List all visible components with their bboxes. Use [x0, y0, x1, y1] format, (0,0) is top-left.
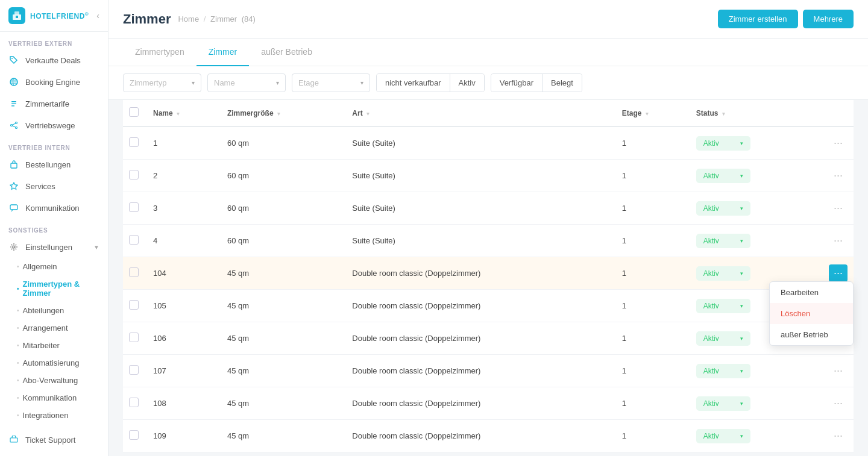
row-checkbox[interactable] — [129, 267, 139, 277]
more-options-button[interactable]: ··· — [829, 199, 848, 217]
more-options-button[interactable]: ··· — [829, 134, 848, 152]
more-options-button[interactable]: ··· — [829, 362, 848, 379]
sidebar-item-zimmertarife[interactable]: Zimmertarife — [0, 93, 108, 114]
row-checkbox-cell — [123, 257, 147, 290]
sidebar-sub-allgemein[interactable]: Allgemein — [0, 258, 108, 275]
row-checkbox[interactable] — [129, 202, 139, 212]
sidebar-item-services[interactable]: Services — [0, 175, 108, 197]
status-badge[interactable]: Aktiv ▾ — [696, 266, 750, 281]
status-badge[interactable]: Aktiv ▾ — [696, 201, 750, 216]
section-label-extern: VERTRIEB EXTERN — [0, 32, 108, 49]
status-badge[interactable]: Aktiv ▾ — [696, 364, 750, 378]
status-label: Aktiv — [703, 172, 719, 180]
table-row: 104 45 qm Double room classic (Doppelzim… — [123, 257, 854, 290]
sidebar-sub-abteilungen[interactable]: Abteilungen — [0, 302, 108, 319]
sidebar-item-label: Vertriebswege — [25, 121, 75, 130]
menu-loschen[interactable]: Löschen — [770, 303, 853, 324]
chevron-down-icon: ▾ — [360, 80, 363, 86]
select-all-checkbox[interactable] — [129, 107, 139, 117]
header-art[interactable]: Art ▾ — [346, 100, 616, 126]
context-menu: Bearbeiten Löschen außer Betrieb — [769, 281, 854, 346]
zimmertyp-filter[interactable]: Zimmertyp ▾ — [123, 73, 201, 92]
sidebar-sub-abo-verwaltung[interactable]: Abo-Verwaltung — [0, 372, 108, 389]
sidebar-sub-mitarbeiter[interactable]: Mitarbeiter — [0, 337, 108, 354]
more-options-button[interactable]: ··· — [829, 167, 848, 184]
sort-arrow-icon: ▾ — [277, 111, 280, 117]
header-status[interactable]: Status ▾ — [690, 100, 817, 126]
sidebar-sub-label: Abo-Verwaltung — [23, 376, 78, 385]
cell-name: 108 — [147, 387, 221, 420]
sidebar-item-verkaufte-deals[interactable]: Verkaufte Deals — [0, 49, 108, 71]
row-checkbox[interactable] — [129, 430, 139, 440]
availability-filter-group: Verfügbar Belegt — [491, 73, 582, 92]
mehrere-button[interactable]: Mehrere — [803, 10, 854, 28]
status-label: Aktiv — [703, 139, 719, 148]
cell-etage: 1 — [616, 192, 690, 225]
breadcrumb-home[interactable]: Home — [178, 14, 199, 23]
status-badge[interactable]: Aktiv ▾ — [696, 299, 750, 313]
cell-etage: 1 — [616, 387, 690, 420]
menu-ausser-betrieb[interactable]: außer Betrieb — [770, 324, 853, 345]
svg-rect-1 — [14, 11, 19, 15]
header-name[interactable]: Name ▾ — [147, 100, 221, 126]
filter-belegt[interactable]: Belegt — [542, 74, 582, 92]
section-label-sonstiges: SONSTIGES — [0, 219, 108, 236]
tab-zimmertypen[interactable]: Zimmertypen — [123, 39, 197, 66]
status-badge[interactable]: Aktiv ▾ — [696, 429, 750, 443]
row-checkbox[interactable] — [129, 333, 139, 342]
status-badge[interactable]: Aktiv ▾ — [696, 331, 750, 346]
sidebar-sub-kommunikation[interactable]: Kommunikation — [0, 389, 108, 407]
row-checkbox[interactable] — [129, 398, 139, 407]
row-checkbox[interactable] — [129, 235, 139, 245]
sidebar-item-bestellungen[interactable]: Bestellungen — [0, 154, 108, 175]
sidebar-item-ticket-support[interactable]: Ticket Support — [0, 429, 108, 451]
row-checkbox[interactable] — [129, 300, 139, 310]
row-checkbox[interactable] — [129, 170, 139, 180]
status-badge[interactable]: Aktiv ▾ — [696, 396, 750, 411]
filter-aktiv[interactable]: Aktiv — [450, 74, 484, 92]
row-checkbox[interactable] — [129, 137, 139, 147]
tab-zimmer[interactable]: Zimmer — [197, 39, 249, 66]
sidebar-sub-label: Abteilungen — [23, 306, 64, 315]
row-checkbox-cell — [123, 126, 147, 160]
row-checkbox[interactable] — [129, 365, 139, 375]
header-checkbox-cell — [123, 100, 147, 126]
status-label: Aktiv — [703, 302, 719, 310]
status-badge[interactable]: Aktiv ▾ — [696, 169, 750, 183]
more-options-button[interactable]: ··· — [829, 427, 848, 445]
header-zimmergrosse[interactable]: Zimmergröße ▾ — [221, 100, 346, 126]
sidebar-sub-automatisierung[interactable]: Automatisierung — [0, 354, 108, 372]
more-options-button[interactable]: ··· — [829, 395, 848, 412]
menu-bearbeiten[interactable]: Bearbeiten — [770, 282, 853, 303]
filter-verfugbar[interactable]: Verfügbar — [491, 74, 542, 92]
sidebar-sub-zimmertypen[interactable]: Zimmertypen & Zimmer — [0, 275, 108, 302]
etage-filter[interactable]: Etage ▾ — [292, 73, 370, 92]
actions-cell: ··· — [817, 192, 854, 225]
status-badge[interactable]: Aktiv ▾ — [696, 234, 750, 248]
sidebar-sub-arrangement[interactable]: Arrangement — [0, 319, 108, 337]
cell-status: Aktiv ▾ — [690, 420, 817, 452]
header-etage[interactable]: Etage ▾ — [616, 100, 690, 126]
filter-nicht-verkaufbar[interactable]: nicht verkaufbar — [377, 74, 450, 92]
sidebar-item-vertriebswege[interactable]: Vertriebswege — [0, 114, 108, 136]
tab-ausser-betrieb[interactable]: außer Betrieb — [249, 39, 324, 66]
cell-zimmergrosse: 45 qm — [221, 387, 346, 420]
share-icon — [8, 120, 19, 131]
create-zimmer-button[interactable]: Zimmer erstellen — [718, 10, 798, 28]
cell-etage: 1 — [616, 290, 690, 322]
cell-status: Aktiv ▾ — [690, 192, 817, 225]
name-filter[interactable]: Name ▾ — [207, 73, 286, 92]
sidebar-item-booking-engine[interactable]: Booking Engine — [0, 71, 108, 93]
sidebar-item-einstellungen[interactable]: Einstellungen ▼ — [0, 236, 108, 258]
sidebar-sub-integrationen[interactable]: Integrationen — [0, 407, 108, 424]
sidebar-collapse-icon[interactable]: ‹ — [96, 11, 99, 20]
sidebar-item-kommunikation[interactable]: Kommunikation — [0, 197, 108, 219]
more-options-button[interactable]: ··· — [829, 264, 848, 282]
actions-cell: ··· — [817, 225, 854, 257]
chevron-down-icon: ▾ — [740, 368, 743, 374]
page-header: Zimmer Home / Zimmer (84) Zimmer erstell… — [108, 0, 868, 39]
chevron-down-icon: ▾ — [740, 173, 743, 179]
status-badge[interactable]: Aktiv ▾ — [696, 136, 750, 151]
more-options-button[interactable]: ··· — [829, 232, 848, 249]
sidebar-item-label: Services — [25, 182, 55, 191]
